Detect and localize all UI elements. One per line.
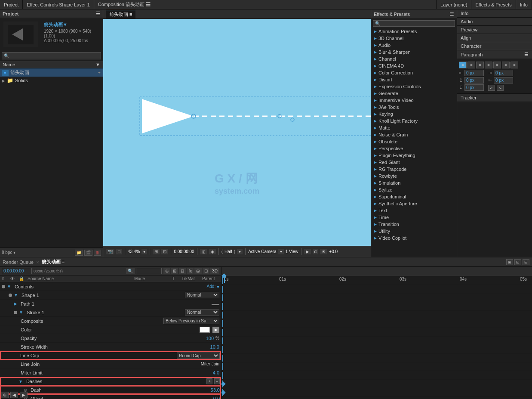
tracker-header[interactable]: Tracker — [457, 94, 532, 102]
tl-search-btn[interactable]: 🔍 — [126, 268, 135, 274]
snapshot-btn[interactable]: 📷 — [106, 249, 114, 254]
delete-btn[interactable]: 🗑 — [94, 250, 101, 256]
effect-cinema4d[interactable]: ▶ CINEMA 4D — [371, 62, 457, 69]
effect-animation-presets[interactable]: ▶ Animation Presets — [371, 28, 457, 35]
effect-text[interactable]: ▶ Text — [371, 207, 457, 214]
dashes-add-btn[interactable]: + — [206, 378, 212, 384]
composition-tab[interactable]: Composition 箭头动画 ☰ — [94, 0, 437, 9]
project-search[interactable]: 🔍 — [2, 52, 101, 59]
justify-left-btn[interactable]: ≡ — [485, 62, 492, 68]
justify-right-btn[interactable]: ≡ — [502, 62, 510, 68]
layer-btn[interactable]: ⊞ — [171, 268, 178, 274]
zoom-dropdown[interactable]: ▾ — [141, 249, 147, 254]
effect-utility[interactable]: ▶ Utility — [371, 228, 457, 235]
project-panel-tab[interactable]: Project — [0, 0, 23, 9]
exposure-btn[interactable]: ☀ — [320, 249, 327, 254]
stroke1-mode-dropdown[interactable]: Normal — [185, 309, 219, 315]
line-cap-dropdown[interactable]: Round Cap Butt Cap Projecting Cap — [177, 353, 220, 359]
quality-dropdown[interactable]: ▾ — [237, 249, 243, 254]
effect-perspective[interactable]: ▶ Perspective — [371, 145, 457, 152]
effect-transition[interactable]: ▶ Transition — [371, 221, 457, 228]
color-picker-btn[interactable]: ▶ — [212, 327, 219, 333]
layer-toggle-dashes[interactable]: ▼ — [18, 379, 23, 384]
project-search-input[interactable] — [9, 53, 99, 58]
indent-top-input[interactable] — [464, 77, 484, 84]
3d-btn[interactable]: 3D — [210, 268, 219, 274]
dashes-remove-btn[interactable]: − — [214, 378, 220, 384]
new-comp-btn[interactable]: 🎬 — [84, 250, 92, 256]
space-before-input[interactable] — [494, 77, 513, 84]
solo-btn[interactable]: ⊕ — [163, 268, 170, 274]
dir-btn-1[interactable]: ↙ — [488, 85, 495, 91]
fx-btn[interactable]: fx — [187, 268, 194, 274]
effects-presets-tab[interactable]: Effects & Presets — [471, 0, 516, 9]
dash-value[interactable]: 53.0 — [211, 387, 220, 393]
timecode-input[interactable] — [2, 268, 32, 274]
grid-btn[interactable]: ⊞ — [153, 249, 160, 254]
effect-immersive-video[interactable]: ▶ Immersive Video — [371, 97, 457, 104]
effect-generate[interactable]: ▶ Generate — [371, 90, 457, 97]
vis-dot[interactable] — [2, 285, 5, 288]
tl-search-input[interactable] — [136, 268, 162, 274]
effect-3d-channel[interactable]: ▶ 3D Channel — [371, 35, 457, 42]
opacity-value[interactable]: 100 — [206, 336, 214, 341]
effect-jae-tools[interactable]: ▶ JAe Tools — [371, 104, 457, 111]
preview-header[interactable]: Preview — [457, 26, 532, 34]
effect-rowbyte[interactable]: ▶ Rowbyte — [371, 173, 457, 179]
indent-right-input[interactable] — [494, 70, 513, 76]
menu-icon[interactable]: ☰ — [96, 11, 100, 16]
effect-time[interactable]: ▶ Time — [371, 214, 457, 221]
effect-red-giant[interactable]: ▶ Red Giant — [371, 159, 457, 166]
layer-toggle-contents[interactable]: ▼ — [7, 284, 11, 289]
vis-dot[interactable] — [9, 294, 12, 297]
draft-btn[interactable]: ◈ — [209, 249, 216, 254]
effect-video-copilot[interactable]: ▶ Video Copilot — [371, 235, 457, 241]
effect-rg-trapcode[interactable]: ▶ RG Trapcode — [371, 166, 457, 173]
add-button[interactable]: Add: ● — [207, 284, 219, 289]
effect-obsolete[interactable]: ▶ Obsolete — [371, 138, 457, 145]
align-left-btn[interactable]: ≡ — [459, 62, 467, 68]
effect-audio[interactable]: ▶ Audio — [371, 42, 457, 49]
indent-left-input[interactable] — [464, 70, 484, 76]
effect-blur-sharpen[interactable]: ▶ Blur & Sharpen — [371, 49, 457, 56]
effects-menu-icon[interactable]: ☰ — [449, 11, 454, 17]
effect-matte[interactable]: ▶ Matte — [371, 124, 457, 131]
info-tab[interactable]: Info — [516, 0, 532, 9]
line-join-value[interactable]: Miter Join — [201, 362, 219, 366]
adjust-btn[interactable]: ⊡ — [203, 268, 209, 274]
effect-synthetic-aperture[interactable]: ▶ Synthetic Aperture — [371, 200, 457, 207]
effect-knoll[interactable]: ▶ Knoll Light Factory — [371, 118, 457, 124]
comp-active-tab[interactable]: 前头动画 ≡ — [106, 10, 135, 19]
view-dropdown[interactable]: ▾ — [278, 249, 284, 254]
color-swatch[interactable] — [200, 327, 210, 333]
effect-simulation[interactable]: ▶ Simulation — [371, 179, 457, 186]
project-item-comp[interactable]: ■ 箭头动画 ✦ — [0, 68, 103, 77]
effect-keying[interactable]: ▶ Keying — [371, 111, 457, 118]
effect-channel[interactable]: ▶ Channel — [371, 56, 457, 62]
tl-toggle-2[interactable]: ⊡ — [514, 259, 521, 265]
composite-dropdown[interactable]: Below Previous in Sa — [163, 318, 219, 324]
effect-plugin-everything[interactable]: ▶ Plugin Everything — [371, 152, 457, 159]
effect-stylize[interactable]: ▶ Stylize — [371, 186, 457, 193]
justify-all-btn[interactable]: ≡ — [510, 62, 518, 68]
tl-toggle-3[interactable]: ⊟ — [523, 259, 529, 265]
safe-margins-btn[interactable]: ⊡ — [161, 249, 168, 254]
render-btn[interactable]: ▶ — [304, 249, 311, 254]
align-right-btn[interactable]: ≡ — [476, 62, 484, 68]
new-folder-btn[interactable]: 📁 — [75, 250, 83, 256]
layer-tab[interactable]: Layer (none) — [437, 0, 471, 9]
miter-limit-value[interactable]: 4.0 — [213, 370, 219, 375]
comp-timeline-tab[interactable]: 箭头动画 ≡ — [42, 259, 65, 265]
offset-value[interactable]: 0.0 — [213, 396, 220, 399]
project-folder-solids[interactable]: ▶ 📁 Solids — [0, 77, 103, 84]
show-channel-btn[interactable]: □ — [116, 249, 122, 254]
tl-toggle-1[interactable]: ⊞ — [506, 259, 513, 265]
audio-header[interactable]: Audio — [457, 18, 532, 25]
motion-blur-tl-btn[interactable]: ◎ — [194, 268, 202, 274]
paragraph-header[interactable]: Paragraph ☰ — [457, 50, 532, 59]
playhead[interactable] — [224, 275, 225, 283]
effect-controls-tab[interactable]: Effect Controls Shape Layer 1 — [23, 0, 94, 9]
effects-search-input[interactable] — [380, 21, 453, 26]
align-header[interactable]: Align — [457, 34, 532, 42]
shape1-mode-dropdown[interactable]: Normal — [185, 292, 219, 298]
